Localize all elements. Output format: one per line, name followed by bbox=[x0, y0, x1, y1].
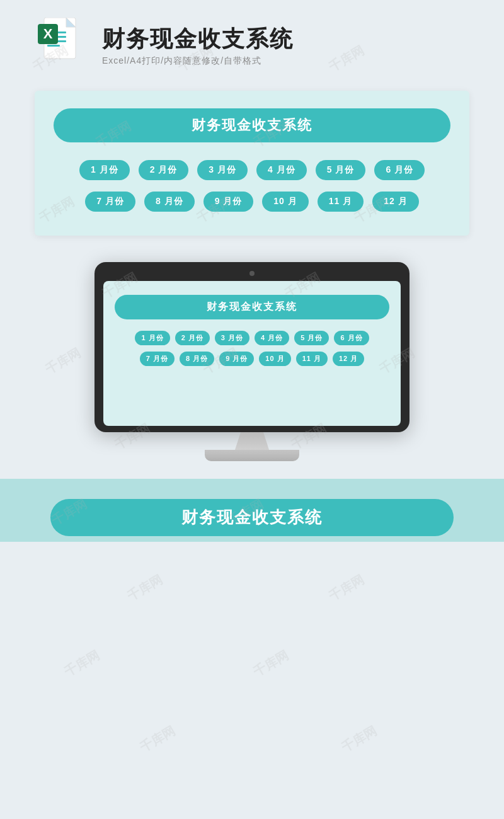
monitor-stand bbox=[94, 432, 410, 461]
preview-card: 财务现金收支系统 1 月份 2 月份 3 月份 4 月份 5 月份 6 月份 7… bbox=[35, 91, 469, 236]
monitor-month-btn-1[interactable]: 1 月份 bbox=[135, 331, 169, 345]
monitor-wrapper: 财务现金收支系统 1 月份 2 月份 3 月份 4 月份 5 月份 6 月份 7… bbox=[94, 262, 410, 461]
month-btn-8[interactable]: 8 月份 bbox=[144, 192, 195, 212]
preview-title-bar: 财务现金收支系统 bbox=[54, 108, 450, 142]
month-btn-2[interactable]: 2 月份 bbox=[139, 160, 189, 180]
preview-title-text: 财务现金收支系统 bbox=[192, 117, 312, 133]
svg-rect-6 bbox=[47, 45, 60, 47]
bottom-bar-title: 财务现金收支系统 bbox=[181, 508, 323, 527]
excel-icon: X bbox=[38, 18, 88, 74]
monitor-section: 财务现金收支系统 1 月份 2 月份 3 月份 4 月份 5 月份 6 月份 7… bbox=[0, 256, 504, 479]
month-btn-6[interactable]: 6 月份 bbox=[374, 160, 425, 180]
monitor-title-text: 财务现金收支系统 bbox=[207, 301, 297, 312]
monitor-month-row-2: 7 月份 8 月份 9 月份 10 月 11 月 12 月 bbox=[115, 352, 389, 366]
monitor-camera bbox=[249, 271, 255, 276]
product-main-title: 财务现金收支系统 bbox=[102, 25, 294, 52]
month-btn-5[interactable]: 5 月份 bbox=[316, 160, 366, 180]
month-btn-9[interactable]: 9 月份 bbox=[203, 192, 254, 212]
monitor-month-btn-9[interactable]: 9 月份 bbox=[219, 352, 254, 366]
monitor-body: 财务现金收支系统 1 月份 2 月份 3 月份 4 月份 5 月份 6 月份 7… bbox=[94, 262, 410, 432]
month-grid: 1 月份 2 月份 3 月份 4 月份 5 月份 6 月份 7 月份 8 月份 … bbox=[54, 160, 450, 212]
month-btn-12[interactable]: 12 月 bbox=[372, 192, 418, 212]
bottom-banner: 财务现金收支系统 bbox=[0, 479, 504, 542]
monitor-month-grid: 1 月份 2 月份 3 月份 4 月份 5 月份 6 月份 7 月份 8 月份 … bbox=[115, 331, 389, 372]
monitor-month-btn-4[interactable]: 4 月份 bbox=[255, 331, 289, 345]
monitor-title-bar: 财务现金收支系统 bbox=[115, 295, 389, 319]
month-row-1: 1 月份 2 月份 3 月份 4 月份 5 月份 6 月份 bbox=[54, 160, 450, 180]
month-btn-3[interactable]: 3 月份 bbox=[197, 160, 248, 180]
month-btn-10[interactable]: 10 月 bbox=[262, 192, 308, 212]
monitor-month-btn-5[interactable]: 5 月份 bbox=[294, 331, 329, 345]
product-header: X 财务现金收支系统 Excel/A4打印/内容随意修改/自带格式 bbox=[0, 0, 504, 86]
monitor-month-btn-11[interactable]: 11 月 bbox=[296, 352, 328, 366]
monitor-neck bbox=[233, 432, 271, 450]
product-title-block: 财务现金收支系统 Excel/A4打印/内容随意修改/自带格式 bbox=[102, 25, 294, 66]
monitor-top-bar bbox=[103, 271, 401, 276]
monitor-month-row-1: 1 月份 2 月份 3 月份 4 月份 5 月份 6 月份 bbox=[115, 331, 389, 345]
product-subtitle: Excel/A4打印/内容随意修改/自带格式 bbox=[102, 55, 294, 67]
month-btn-7[interactable]: 7 月份 bbox=[85, 192, 135, 212]
monitor-month-btn-8[interactable]: 8 月份 bbox=[180, 352, 214, 366]
monitor-base bbox=[205, 450, 299, 461]
month-btn-4[interactable]: 4 月份 bbox=[256, 160, 307, 180]
monitor-screen: 财务现金收支系统 1 月份 2 月份 3 月份 4 月份 5 月份 6 月份 7… bbox=[103, 281, 401, 426]
svg-text:X: X bbox=[43, 26, 53, 42]
month-btn-1[interactable]: 1 月份 bbox=[79, 160, 130, 180]
month-btn-11[interactable]: 11 月 bbox=[318, 192, 364, 212]
month-row-2: 7 月份 8 月份 9 月份 10 月 11 月 12 月 bbox=[54, 192, 450, 212]
monitor-month-btn-3[interactable]: 3 月份 bbox=[215, 331, 249, 345]
monitor-month-btn-7[interactable]: 7 月份 bbox=[140, 352, 175, 366]
monitor-month-btn-2[interactable]: 2 月份 bbox=[175, 331, 210, 345]
monitor-month-btn-12[interactable]: 12 月 bbox=[333, 352, 364, 366]
bottom-teal-bar: 财务现金收支系统 bbox=[50, 499, 454, 536]
monitor-month-btn-6[interactable]: 6 月份 bbox=[334, 331, 369, 345]
monitor-month-btn-10[interactable]: 10 月 bbox=[259, 352, 290, 366]
